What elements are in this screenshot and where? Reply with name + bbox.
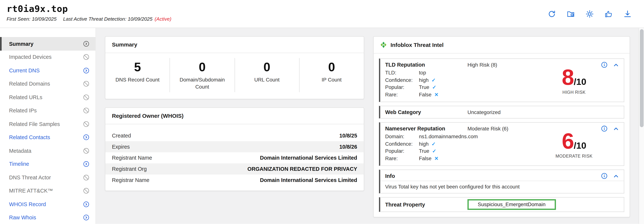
threat-intel-card: Infoblox Threat Intel TLD Reputation Hig… <box>373 36 630 217</box>
chevron-circle-icon <box>83 67 89 74</box>
chevron-circle-icon <box>83 40 89 47</box>
sidebar-item-summary[interactable]: Summary <box>0 37 96 50</box>
detail-label: Popular: <box>385 84 419 91</box>
chevron-up-icon[interactable] <box>613 126 619 132</box>
detail-value: high <box>419 77 428 84</box>
page-header: rt0ia9x.top First Seen: 10/09/2025 Last … <box>0 0 644 28</box>
sidebar-item-current-dns[interactable]: Current DNS <box>0 64 96 77</box>
whois-card-title: Registered Owner (WHOIS) <box>105 108 364 124</box>
summary-stats: 5 DNS Record Count 0 Domain/Subdomain Co… <box>105 53 364 99</box>
sidebar-item-related-urls[interactable]: Related URLs <box>0 90 96 104</box>
refresh-icon[interactable] <box>548 10 556 18</box>
risk-score-caption: MODERATE RISK <box>539 154 609 158</box>
sidebar-item-metadata[interactable]: Metadata <box>0 144 96 158</box>
row-label: Registrar Name <box>112 177 149 183</box>
detail-label: Confidence: <box>385 140 419 148</box>
stat-dns-record-count: 5 DNS Record Count <box>105 58 170 92</box>
first-seen-value: 10/09/2025 <box>32 16 56 22</box>
first-seen: First Seen: 10/09/2025 <box>6 16 56 22</box>
info-icon[interactable] <box>601 173 607 179</box>
web-category-section: Web Category Uncategorized <box>379 106 624 119</box>
row-value: 10/8/26 <box>339 144 357 150</box>
detail-value: True <box>419 84 429 91</box>
sidebar-item-raw-whois[interactable]: Raw Whois <box>0 211 96 224</box>
sidebar-item-label: DNS Threat Actor <box>9 174 83 180</box>
case-folder-icon[interactable] <box>566 10 575 18</box>
whois-table: Created 10/8/25 Expires 10/8/26 Registra… <box>105 124 364 190</box>
not-available-icon <box>83 94 89 100</box>
sidebar-item-label: Summary <box>9 40 83 47</box>
stat-url-count: 0 URL Count <box>234 58 299 92</box>
row-label: Registrant Name <box>112 155 152 161</box>
row-value: Domain International Services Limited <box>260 155 357 161</box>
sidebar-item-label: Related IPs <box>9 108 83 114</box>
sidebar-item-whois-record[interactable]: WHOIS Record <box>0 198 96 211</box>
row-label: Created <box>112 132 131 138</box>
detail-label: TLD: <box>385 70 419 77</box>
sidebar-item-label: Related Contacts <box>9 134 83 140</box>
chevron-circle-icon <box>83 134 89 140</box>
sidebar-item-related-domains[interactable]: Related Domains <box>0 77 96 90</box>
table-row: Registrant Org ORGANIZATION REDACTED FOR… <box>105 163 364 174</box>
threat-intel-column: Infoblox Threat Intel TLD Reputation Hig… <box>373 36 630 224</box>
last-active-value: 10/09/2025 <box>128 16 152 22</box>
sidebar-item-related-ips[interactable]: Related IPs <box>0 104 96 118</box>
sidebar-item-label: Impacted Devices <box>9 54 83 60</box>
not-available-icon <box>83 81 89 87</box>
row-value: ORGANIZATION REDACTED FOR PRIVACY <box>248 166 357 172</box>
not-available-icon <box>83 54 89 60</box>
thumbs-up-icon[interactable] <box>604 10 613 18</box>
section-header: Info <box>380 170 624 181</box>
active-badge: (Active) <box>154 16 171 22</box>
sidebar-item-dns-threat-actor[interactable]: DNS Threat Actor <box>0 171 96 184</box>
sidebar-item-mitre-attack[interactable]: MITRE ATT&CK™ <box>0 184 96 198</box>
web-category-value: Uncategorized <box>468 109 500 115</box>
sidebar-item-timeline[interactable]: Timeline <box>0 158 96 171</box>
sidebar-item-label: Related URLs <box>9 94 83 100</box>
nameserver-reputation-section: Nameserver Reputation Moderate Risk (6) <box>379 122 624 166</box>
chevron-up-icon[interactable] <box>613 173 619 179</box>
scrollbar-thumb[interactable] <box>640 29 644 127</box>
detail-label: Rare: <box>385 91 419 98</box>
score-denominator: /10 <box>574 140 586 150</box>
threat-intel-header: Infoblox Threat Intel <box>374 37 630 54</box>
x-mark-icon: ✕ <box>434 91 438 98</box>
sidebar-item-impacted-devices[interactable]: Impacted Devices <box>0 50 96 64</box>
risk-score: 6/10 MODERATE RISK <box>539 130 609 158</box>
page-body: Summary Impacted Devices Current DNS Rel… <box>0 28 644 224</box>
table-row: Registrant Name Domain International Ser… <box>105 152 364 163</box>
whois-card: Registered Owner (WHOIS) Created 10/8/25… <box>105 107 364 191</box>
threat-property-value: Suspicious_EmergentDomain <box>468 199 556 210</box>
sidebar-item-label: Related File Samples <box>9 121 83 127</box>
sidebar-item-related-file-samples[interactable]: Related File Samples <box>0 117 96 130</box>
table-row: Expires 10/8/26 <box>105 141 364 152</box>
check-mark-icon: ✓ <box>432 148 436 155</box>
detail-value: False <box>419 91 432 98</box>
detail-label: Domain: <box>385 134 419 141</box>
chevron-up-icon[interactable] <box>613 62 619 68</box>
download-icon[interactable] <box>623 10 632 18</box>
detail-label: Popular: <box>385 148 419 155</box>
stat-value: 0 <box>239 60 295 74</box>
sidebar-item-related-contacts[interactable]: Related Contacts <box>0 130 96 144</box>
chevron-circle-icon <box>83 214 89 221</box>
stat-label: URL Count <box>239 76 295 84</box>
sidebar-item-label: Current DNS <box>9 67 83 74</box>
threat-property-section: Threat Property Suspicious_EmergentDomai… <box>379 197 624 212</box>
section-title: Info <box>385 173 468 179</box>
row-value: 10/8/25 <box>339 132 357 138</box>
detail-label: Rare: <box>385 155 419 162</box>
stat-value: 5 <box>110 60 165 74</box>
sidebar-item-label: Raw Whois <box>9 214 83 221</box>
risk-score: 8/10 HIGH RISK <box>539 66 609 95</box>
stat-label: DNS Record Count <box>110 76 165 84</box>
row-label: Expires <box>112 144 130 150</box>
section-title: TLD Reputation <box>385 62 468 68</box>
not-available-icon <box>83 108 89 114</box>
risk-score-value: 6/10 <box>539 130 609 152</box>
settings-gear-icon[interactable] <box>586 10 594 18</box>
score-number: 6 <box>562 128 574 153</box>
info-section: Info Virus Total ke <box>379 170 624 193</box>
stat-label: IP Count <box>304 76 360 84</box>
vertical-scrollbar[interactable] <box>638 28 644 224</box>
